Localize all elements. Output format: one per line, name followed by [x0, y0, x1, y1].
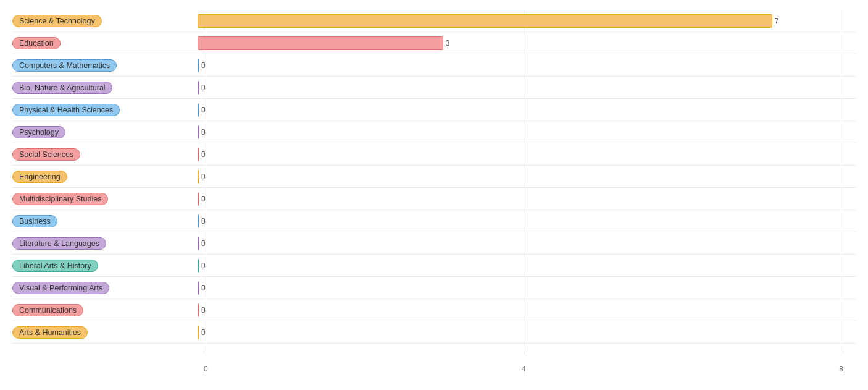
- bar-fill: [198, 237, 199, 250]
- bar-container: 0: [198, 121, 856, 143]
- bar-row: Visual & Performing Arts0: [12, 277, 856, 299]
- bar-row: Communications0: [12, 299, 856, 321]
- bar-value-label: 0: [201, 106, 206, 114]
- bar-label: Liberal Arts & History: [12, 260, 198, 272]
- bar-value-label: 0: [201, 217, 206, 226]
- bar-value-label: 7: [775, 17, 779, 25]
- bar-value-label: 0: [201, 306, 206, 315]
- bar-fill: [198, 214, 199, 228]
- bar-value-label: 3: [446, 39, 450, 48]
- bar-row: Computers & Mathematics0: [12, 54, 856, 77]
- bar-container: 7: [198, 10, 856, 32]
- bar-container: 0: [198, 166, 856, 187]
- bar-fill: [198, 14, 772, 28]
- bar-row: Liberal Arts & History0: [12, 255, 856, 277]
- bar-row: Psychology0: [12, 121, 856, 143]
- bar-row: Education3: [12, 32, 856, 54]
- bar-label: Business: [12, 215, 198, 227]
- bar-label: Physical & Health Sciences: [12, 104, 198, 116]
- bar-rows: Science & Technology7Education3Computers…: [12, 10, 856, 362]
- bar-fill: [198, 36, 443, 50]
- bar-fill: [198, 192, 199, 206]
- x-axis: 048: [204, 362, 843, 373]
- bar-row: Social Sciences0: [12, 143, 856, 166]
- bar-container: 0: [198, 255, 856, 276]
- bar-value-label: 0: [201, 128, 206, 137]
- bar-container: 0: [198, 143, 856, 165]
- bar-fill: [198, 281, 199, 295]
- bar-fill: [198, 148, 199, 161]
- bar-fill: [198, 326, 199, 339]
- bar-label: Psychology: [12, 126, 198, 138]
- bar-row: Physical & Health Sciences0: [12, 99, 856, 121]
- bar-row: Bio, Nature & Agricultural0: [12, 77, 856, 99]
- bar-container: 0: [198, 54, 856, 76]
- x-axis-label: 8: [839, 365, 843, 373]
- x-axis-label: 4: [522, 365, 526, 373]
- bar-row: Arts & Humanities0: [12, 321, 856, 344]
- bar-container: 0: [198, 210, 856, 232]
- bar-container: 0: [198, 277, 856, 299]
- bar-container: 3: [198, 32, 856, 54]
- bar-value-label: 0: [201, 172, 206, 181]
- bar-row: Business0: [12, 210, 856, 232]
- bar-fill: [198, 103, 199, 117]
- bar-value-label: 0: [201, 239, 206, 248]
- bar-label: Social Sciences: [12, 148, 198, 161]
- bar-label: Science & Technology: [12, 15, 198, 27]
- bar-value-label: 0: [201, 150, 206, 159]
- bar-fill: [198, 59, 199, 72]
- bar-container: 0: [198, 299, 856, 321]
- bar-label: Arts & Humanities: [12, 326, 198, 339]
- bar-fill: [198, 303, 199, 317]
- bar-fill: [198, 81, 199, 95]
- bar-label: Education: [12, 37, 198, 49]
- bar-label: Visual & Performing Arts: [12, 282, 198, 294]
- bar-fill: [198, 125, 199, 139]
- bar-container: 0: [198, 188, 856, 210]
- bar-fill: [198, 170, 199, 184]
- bar-value-label: 0: [201, 195, 206, 203]
- bar-label: Literature & Languages: [12, 237, 198, 250]
- bar-fill: [198, 259, 199, 273]
- bar-value-label: 0: [201, 284, 206, 292]
- x-axis-label: 0: [204, 365, 208, 373]
- bar-value-label: 0: [201, 61, 206, 70]
- bar-container: 0: [198, 232, 856, 254]
- bar-value-label: 0: [201, 328, 206, 337]
- bar-row: Science & Technology7: [12, 10, 856, 32]
- bar-value-label: 0: [201, 83, 206, 92]
- chart-area: Science & Technology7Education3Computers…: [12, 10, 856, 373]
- bar-label: Multidisciplinary Studies: [12, 193, 198, 205]
- bar-row: Literature & Languages0: [12, 232, 856, 255]
- bar-label: Bio, Nature & Agricultural: [12, 82, 198, 94]
- bar-label: Computers & Mathematics: [12, 59, 198, 72]
- bar-label: Communications: [12, 304, 198, 316]
- bar-value-label: 0: [201, 261, 206, 270]
- bar-row: Multidisciplinary Studies0: [12, 188, 856, 210]
- bar-row: Engineering0: [12, 166, 856, 188]
- bar-container: 0: [198, 99, 856, 121]
- bar-label: Engineering: [12, 171, 198, 183]
- bar-container: 0: [198, 321, 856, 343]
- bar-container: 0: [198, 77, 856, 98]
